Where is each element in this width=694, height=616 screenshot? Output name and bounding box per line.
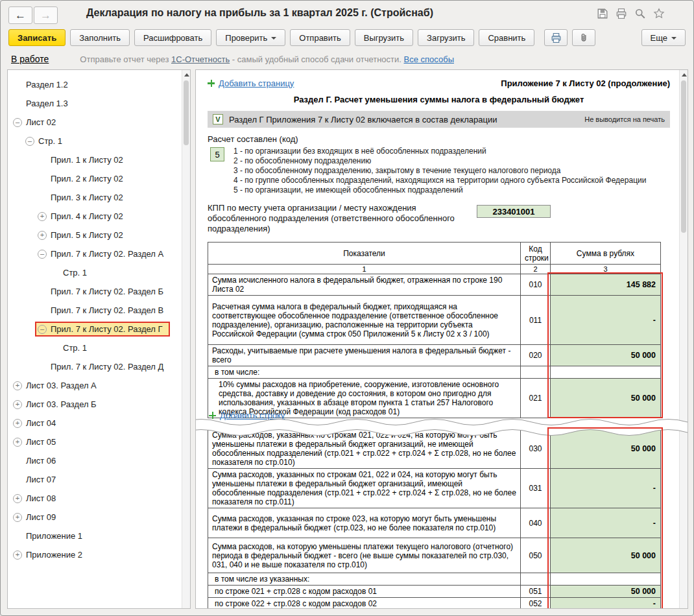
decrypt-button[interactable]: Расшифровать bbox=[134, 29, 211, 46]
sidebar-item-list-04[interactable]: Лист 04 bbox=[8, 414, 181, 432]
find-icon[interactable] bbox=[634, 8, 646, 19]
sidebar-item-str-1-a[interactable]: Стр. 1 bbox=[8, 263, 181, 282]
tree-label: Стр. 1 bbox=[63, 343, 87, 353]
sidebar-item-pril-7-v[interactable]: Прил. 7 к Листу 02. Раздел В bbox=[8, 301, 181, 320]
sidebar-item-pril-7-g-selected[interactable]: Прил. 7 к Листу 02. Раздел Г bbox=[8, 320, 181, 338]
more-button[interactable]: Еще bbox=[641, 29, 686, 46]
col-header-code: Код строки bbox=[521, 243, 551, 265]
not-printed-note: Не выводится на печать bbox=[584, 115, 665, 123]
sidebar-item-pril-7-a[interactable]: Прил. 7 к Листу 02. Раздел А bbox=[8, 244, 181, 263]
send-button[interactable]: Отправить bbox=[290, 29, 350, 46]
row-sum-field[interactable]: 50 000 bbox=[551, 538, 661, 573]
collapse-icon[interactable] bbox=[13, 118, 22, 127]
calc-option: 5 - по организации, не имеющей обособлен… bbox=[233, 185, 646, 195]
statusbar: В работе Отправьте отчет через 1С-Отчетн… bbox=[11, 53, 683, 65]
scroll-up-icon[interactable] bbox=[184, 73, 189, 77]
add-page-link[interactable]: Добавить страницу bbox=[208, 78, 294, 88]
collapse-icon[interactable] bbox=[38, 250, 47, 259]
sections-sidebar: Раздел 1.2 Раздел 1.3 Лист 02 Стр. 1 При… bbox=[7, 69, 191, 609]
collapse-icon[interactable] bbox=[38, 325, 47, 334]
print-button[interactable] bbox=[544, 29, 568, 46]
sidebar-item-razdel-1-3[interactable]: Раздел 1.3 bbox=[8, 94, 181, 113]
sidebar-item-razdel-1-2[interactable]: Раздел 1.2 bbox=[8, 75, 181, 94]
expand-icon[interactable] bbox=[13, 494, 22, 503]
sidebar-item-pril-1[interactable]: Прил. 1 к Листу 02 bbox=[8, 150, 181, 169]
sidebar-item-pril-4[interactable]: Прил. 4 к Листу 02 bbox=[8, 207, 181, 226]
expand-icon[interactable] bbox=[13, 438, 22, 447]
row-code bbox=[521, 366, 551, 379]
row-sum-field[interactable]: 145 882 bbox=[551, 274, 661, 296]
service-link[interactable]: 1С-Отчетность bbox=[171, 54, 230, 64]
sidebar-item-pril-7-d[interactable]: Прил. 7 к Листу 02. Раздел Д bbox=[8, 357, 181, 376]
sidebar-item-list-03-b[interactable]: Лист 03. Раздел Б bbox=[8, 395, 181, 414]
expand-icon[interactable] bbox=[13, 419, 22, 428]
attachments-button[interactable] bbox=[572, 29, 595, 46]
more-button-label: Еще bbox=[651, 33, 667, 43]
scrollbar-thumb[interactable] bbox=[184, 80, 189, 145]
import-button[interactable]: Загрузить bbox=[418, 29, 474, 46]
row-sum-field[interactable]: 50 000 bbox=[551, 586, 661, 598]
save-button[interactable]: Записать bbox=[8, 29, 66, 46]
table-subheader-row: в том числе: bbox=[208, 366, 661, 379]
col-header-sum: Сумма в рублях bbox=[551, 243, 661, 265]
sidebar-item-list-02[interactable]: Лист 02 bbox=[8, 113, 181, 132]
expand-icon[interactable] bbox=[13, 400, 22, 409]
tree-label: Прил. 7 к Листу 02. Раздел А bbox=[51, 249, 163, 259]
sidebar-item-list-07[interactable]: Лист 07 bbox=[8, 470, 181, 489]
row-sum-field[interactable]: 50 000 bbox=[551, 379, 661, 418]
row-sum-field[interactable]: - bbox=[551, 508, 661, 538]
print-icon bbox=[551, 32, 562, 43]
sidebar-item-pril-3[interactable]: Прил. 3 к Листу 02 bbox=[8, 188, 181, 207]
row-code: 020 bbox=[521, 345, 551, 366]
table-row-011: Расчетная сумма налога в федеральный бюд… bbox=[208, 296, 661, 345]
scrollbar-thumb[interactable] bbox=[681, 80, 686, 233]
compare-button-label: Сравнить bbox=[488, 33, 525, 43]
fill-button[interactable]: Заполнить bbox=[70, 29, 130, 46]
sidebar-item-list-06[interactable]: Лист 06 bbox=[8, 451, 181, 470]
expand-icon[interactable] bbox=[38, 231, 47, 240]
forward-button[interactable] bbox=[34, 6, 58, 24]
print-icon[interactable] bbox=[616, 8, 627, 19]
compare-button[interactable]: Сравнить bbox=[479, 29, 534, 46]
expand-icon[interactable] bbox=[13, 513, 22, 522]
form-scrollbar[interactable] bbox=[679, 70, 688, 608]
back-button[interactable] bbox=[8, 6, 32, 24]
sidebar-item-str-1-g[interactable]: Стр. 1 bbox=[8, 338, 181, 357]
sidebar-item-pril-7-b[interactable]: Прил. 7 к Листу 02. Раздел Б bbox=[8, 282, 181, 301]
save-icon[interactable] bbox=[597, 8, 608, 19]
expand-icon[interactable] bbox=[13, 381, 22, 390]
sidebar-item-prilozhenie-2[interactable]: Приложение 2 bbox=[8, 545, 181, 564]
sidebar-item-pril-5[interactable]: Прил. 5 к Листу 02 bbox=[8, 226, 181, 244]
sidebar-item-list-08[interactable]: Лист 08 bbox=[8, 489, 181, 508]
include-checkbox[interactable]: V bbox=[213, 114, 223, 124]
expand-icon[interactable] bbox=[38, 212, 47, 221]
tree-label: Приложение 2 bbox=[26, 550, 82, 560]
row-sum-field[interactable]: - bbox=[551, 296, 661, 345]
star-icon[interactable] bbox=[653, 8, 665, 19]
fill-button-label: Заполнить bbox=[79, 33, 121, 43]
check-button-label: Проверить bbox=[225, 33, 267, 43]
sidebar-item-list-09[interactable]: Лист 09 bbox=[8, 508, 181, 527]
row-indicator: Расходы, учитываемые при расчете уменьше… bbox=[208, 345, 521, 366]
row-sum-field[interactable]: - bbox=[551, 469, 661, 508]
sidebar-item-list-05[interactable]: Лист 05 bbox=[8, 432, 181, 451]
collapse-icon[interactable] bbox=[25, 137, 34, 146]
all-methods-link[interactable]: Все способы bbox=[404, 54, 454, 64]
expand-icon[interactable] bbox=[13, 551, 22, 560]
sidebar-item-str-1[interactable]: Стр. 1 bbox=[8, 132, 181, 150]
sidebar-item-list-03-a[interactable]: Лист 03. Раздел А bbox=[8, 376, 181, 395]
kpp-field[interactable]: 233401001 bbox=[477, 205, 551, 218]
report-status-link[interactable]: В работе bbox=[11, 54, 49, 64]
sidebar-scrollbar[interactable] bbox=[182, 70, 190, 608]
sidebar-item-prilozhenie-1[interactable]: Приложение 1 bbox=[8, 527, 181, 545]
table-subheader-row: в том числе из указанных: bbox=[208, 573, 661, 586]
sidebar-item-pril-2[interactable]: Прил. 2 к Листу 02 bbox=[8, 169, 181, 188]
export-button[interactable]: Выгрузить bbox=[355, 29, 413, 46]
row-sum-field[interactable]: - bbox=[551, 598, 661, 610]
col-header-indicators: Показатели bbox=[208, 243, 521, 265]
scroll-up-icon[interactable] bbox=[682, 73, 687, 77]
calc-code-field[interactable]: 5 bbox=[210, 147, 224, 161]
row-sum-field[interactable]: 50 000 bbox=[551, 345, 661, 366]
tree-label: Прил. 7 к Листу 02. Раздел Д bbox=[51, 362, 163, 372]
check-button[interactable]: Проверить bbox=[216, 29, 285, 46]
